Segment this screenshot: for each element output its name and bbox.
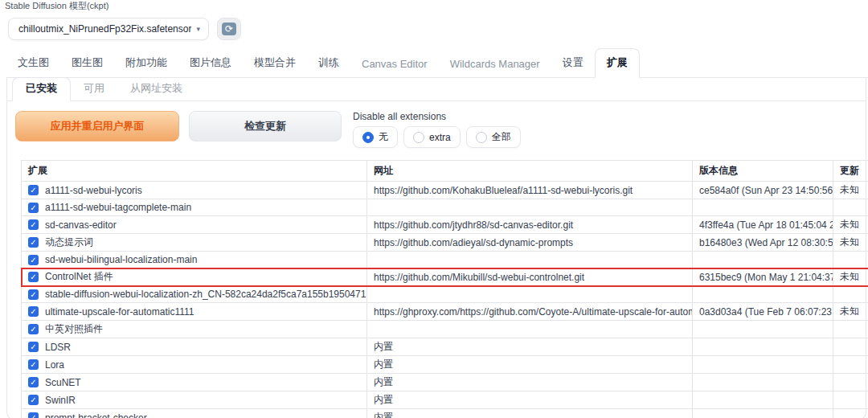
extensions-sub-tab-bar: 已安装可用从网址安装 bbox=[7, 78, 866, 101]
extension-update-cell bbox=[833, 374, 868, 391]
extension-enabled-checkbox[interactable]: ✓ bbox=[28, 306, 39, 317]
sub-tab-从网址安装[interactable]: 从网址安装 bbox=[117, 78, 195, 100]
radio-icon bbox=[362, 132, 374, 143]
extension-name-cell: ✓sd-canvas-editor bbox=[22, 216, 367, 234]
extension-name: sd-webui-bilingual-localization-main bbox=[45, 254, 197, 265]
extensions-controls: 应用并重启用户界面 检查更新 Disable all extensions 无e… bbox=[7, 101, 866, 148]
tab-文生图[interactable]: 文生图 bbox=[6, 49, 60, 77]
chevron-down-icon: ▾ bbox=[196, 25, 200, 33]
extension-enabled-checkbox[interactable]: ✓ bbox=[28, 255, 39, 265]
check-updates-button[interactable]: 检查更新 bbox=[189, 111, 342, 141]
extension-row: ✓prompt-bracket-checker内置 bbox=[22, 409, 868, 418]
extension-update-cell: 未知 bbox=[833, 216, 868, 234]
extension-version-cell bbox=[693, 199, 833, 216]
tab-图片信息[interactable]: 图片信息 bbox=[178, 49, 243, 77]
extension-url-cell bbox=[367, 321, 693, 338]
extension-enabled-checkbox[interactable]: ✓ bbox=[28, 219, 39, 230]
refresh-model-button[interactable]: ⟳ bbox=[217, 18, 241, 40]
extension-version-cell bbox=[693, 252, 833, 268]
extension-row: ✓a1111-sd-webui-lycorishttps://github.co… bbox=[22, 182, 868, 199]
extension-name: a1111-sd-webui-tagcomplete-main bbox=[45, 202, 191, 213]
extension-row: ✓a1111-sd-webui-tagcomplete-main bbox=[22, 199, 868, 216]
refresh-icon: ⟳ bbox=[222, 23, 236, 35]
extension-name: ScuNET bbox=[45, 377, 81, 388]
radio-icon bbox=[413, 132, 424, 143]
extension-version-cell bbox=[693, 409, 833, 418]
extension-row: ✓中英对照插件 bbox=[22, 321, 868, 338]
radio-option-extra[interactable]: extra bbox=[403, 126, 461, 148]
tab-图生图[interactable]: 图生图 bbox=[60, 49, 114, 77]
extensions-panel: 已安装可用从网址安装 应用并重启用户界面 检查更新 Disable all ex… bbox=[6, 78, 866, 418]
extension-name: Lora bbox=[45, 359, 64, 371]
extension-enabled-checkbox[interactable]: ✓ bbox=[28, 342, 39, 352]
radio-option-全部[interactable]: 全部 bbox=[466, 126, 521, 148]
extension-enabled-checkbox[interactable]: ✓ bbox=[28, 324, 39, 334]
extension-version-cell bbox=[693, 391, 833, 409]
tab-canvas-editor[interactable]: Canvas Editor bbox=[350, 51, 439, 77]
extensions-table: 扩展网址版本信息更新 ✓a1111-sd-webui-lycorishttps:… bbox=[21, 160, 868, 418]
extension-row: ✓ultimate-upscale-for-automatic1111https… bbox=[22, 303, 868, 321]
extension-row: ✓动态提示词https://github.com/adieyal/sd-dyna… bbox=[22, 234, 868, 252]
disable-extensions-options: 无extra全部 bbox=[353, 126, 521, 148]
extension-name-cell: ✓中英对照插件 bbox=[22, 321, 367, 338]
extension-name-cell: ✓a1111-sd-webui-tagcomplete-main bbox=[22, 199, 367, 216]
extension-url-cell bbox=[367, 286, 693, 303]
sub-tab-可用[interactable]: 可用 bbox=[71, 78, 117, 100]
extension-version-cell: 0a3d03a4 (Tue Feb 7 06:07:23 2023) bbox=[693, 303, 833, 321]
tab-wildcards-manager[interactable]: Wildcards Manager bbox=[439, 51, 551, 77]
extension-enabled-checkbox[interactable]: ✓ bbox=[28, 203, 39, 213]
column-header: 扩展 bbox=[22, 161, 367, 182]
extension-version-cell bbox=[693, 286, 833, 303]
extension-url-cell: 内置 bbox=[367, 356, 693, 374]
extension-name: LDSR bbox=[45, 342, 71, 353]
extension-name-cell: ✓ControlNet 插件 bbox=[22, 268, 367, 286]
extension-name: prompt-bracket-checker bbox=[45, 412, 147, 418]
extension-url-cell bbox=[367, 252, 693, 268]
extension-enabled-checkbox[interactable]: ✓ bbox=[28, 395, 39, 405]
extension-update-cell bbox=[833, 321, 868, 338]
extension-update-cell bbox=[833, 286, 868, 303]
extension-version-cell: 4f3ffe4a (Tue Apr 18 01:45:04 2023) bbox=[693, 216, 833, 234]
extension-row: ✓Lora内置 bbox=[22, 356, 868, 374]
extension-row: ✓ControlNet 插件https://github.com/Mikubil… bbox=[22, 268, 868, 286]
extension-name: ultimate-upscale-for-automatic1111 bbox=[45, 306, 194, 318]
extension-update-cell bbox=[833, 199, 868, 216]
stable-diffusion-webui-page: Stable Diffusion 模型(ckpt) chilloutmix_Ni… bbox=[0, 0, 868, 418]
tab-设置[interactable]: 设置 bbox=[551, 49, 595, 77]
model-selector-block: Stable Diffusion 模型(ckpt) chilloutmix_Ni… bbox=[0, 0, 868, 40]
extension-name-cell: ✓动态提示词 bbox=[22, 234, 367, 252]
radio-option-无[interactable]: 无 bbox=[353, 126, 398, 148]
extension-enabled-checkbox[interactable]: ✓ bbox=[28, 185, 39, 195]
radio-option-label: 无 bbox=[379, 130, 388, 144]
model-dropdown[interactable]: chilloutmix_NiPrunedFp32Fix.safetensors … bbox=[8, 18, 209, 40]
extension-update-cell: 未知 bbox=[833, 303, 868, 321]
extension-url-cell: https://github.com/adieyal/sd-dynamic-pr… bbox=[367, 234, 693, 252]
extension-enabled-checkbox[interactable]: ✓ bbox=[28, 359, 39, 370]
tab-训练[interactable]: 训练 bbox=[307, 49, 350, 77]
extension-name-cell: ✓Lora bbox=[22, 356, 367, 374]
extension-enabled-checkbox[interactable]: ✓ bbox=[28, 237, 39, 248]
table-header-row: 扩展网址版本信息更新 bbox=[22, 161, 868, 182]
disable-extensions-group: Disable all extensions 无extra全部 bbox=[353, 111, 521, 148]
extension-enabled-checkbox[interactable]: ✓ bbox=[28, 272, 39, 282]
extension-enabled-checkbox[interactable]: ✓ bbox=[28, 377, 39, 387]
extension-url-cell: https://github.com/KohakuBlueleaf/a1111-… bbox=[367, 182, 693, 199]
extension-enabled-checkbox[interactable]: ✓ bbox=[28, 412, 39, 418]
extension-name: ControlNet 插件 bbox=[45, 270, 113, 284]
extension-url-cell: https://github.com/jtydhr88/sd-canvas-ed… bbox=[367, 216, 693, 234]
extension-url-cell: 内置 bbox=[367, 338, 693, 356]
extension-name: sd-canvas-editor bbox=[45, 219, 117, 231]
tab-模型合并[interactable]: 模型合并 bbox=[243, 49, 307, 77]
extension-url-cell: https://github.com/Mikubill/sd-webui-con… bbox=[367, 268, 693, 286]
extension-update-cell: 未知 bbox=[833, 268, 868, 286]
apply-restart-button[interactable]: 应用并重启用户界面 bbox=[15, 111, 179, 141]
tab-附加功能[interactable]: 附加功能 bbox=[114, 49, 178, 77]
extension-url-cell: 内置 bbox=[367, 391, 693, 409]
extension-row: ✓sd-canvas-editorhttps://github.com/jtyd… bbox=[22, 216, 868, 234]
sub-tab-已安装[interactable]: 已安装 bbox=[12, 77, 71, 101]
extension-name-cell: ✓a1111-sd-webui-lycoris bbox=[22, 182, 367, 199]
tab-扩展[interactable]: 扩展 bbox=[595, 48, 640, 78]
extension-enabled-checkbox[interactable]: ✓ bbox=[28, 289, 39, 300]
radio-option-label: extra bbox=[429, 132, 451, 143]
radio-option-label: 全部 bbox=[492, 130, 511, 144]
